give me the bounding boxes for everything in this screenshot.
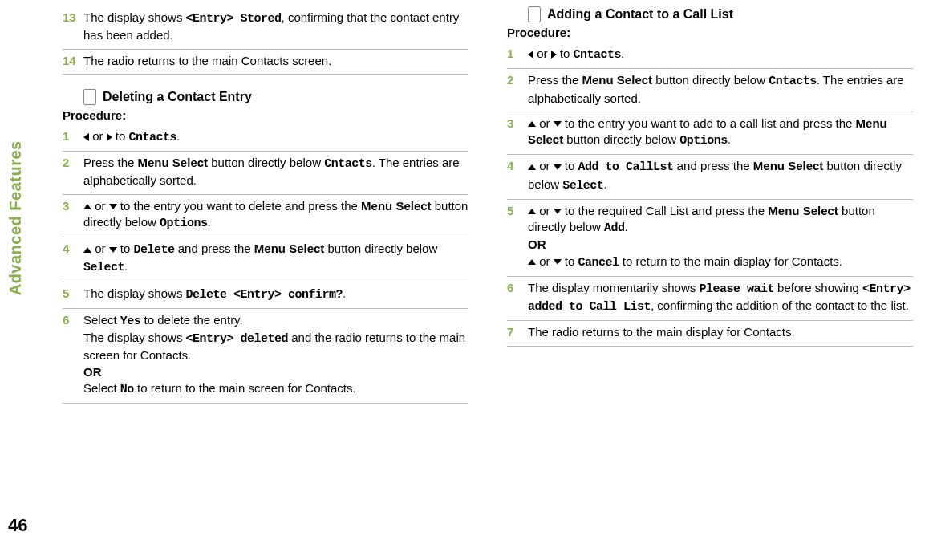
text: .	[728, 132, 731, 146]
text: to the entry you want to add to a call l…	[562, 116, 856, 130]
text: .	[625, 220, 628, 233]
text: .	[343, 286, 346, 300]
add-step-5: 5 or to the required Call List and press…	[507, 200, 913, 277]
step-number: 4	[63, 241, 83, 277]
step-text: or to the entry you want to add to a cal…	[528, 116, 913, 150]
page-body: 13 The display shows <Entry> Stored, con…	[0, 0, 937, 560]
menu-item: Cntacts	[769, 75, 817, 88]
menu-item: Cancel	[578, 256, 619, 270]
right-column: Adding a Contact to a Call List Procedur…	[485, 0, 929, 560]
text: Select	[83, 381, 120, 395]
nav-down-icon	[554, 259, 562, 265]
text: to the required Call List and press the	[562, 204, 769, 217]
menu-item: Select	[562, 179, 603, 193]
text: The display shows	[83, 286, 186, 300]
menu-item: Add to CallLst	[578, 160, 674, 174]
add-step-3: 3 or to the entry you want to add to a c…	[507, 112, 913, 156]
procedure-label: Procedure:	[63, 108, 468, 122]
text: The display shows	[83, 331, 186, 344]
nav-up-icon	[528, 121, 536, 127]
text: .	[176, 129, 180, 143]
step-text: or to Delete and press the Menu Select b…	[83, 241, 468, 277]
text: or	[536, 116, 554, 130]
text: to	[562, 254, 578, 268]
nav-down-icon	[554, 164, 562, 170]
text: to delete the entry.	[140, 313, 242, 327]
menu-item: Yes	[120, 314, 141, 328]
nav-left-icon	[83, 133, 89, 141]
step-number: 14	[63, 53, 83, 69]
text: to	[112, 129, 129, 143]
menu-item: Options	[160, 217, 208, 230]
or-label: OR	[83, 365, 102, 379]
step-number: 7	[507, 324, 528, 340]
text: .	[124, 259, 128, 273]
text: Select	[83, 313, 120, 327]
text: or	[89, 129, 107, 143]
text: to the entry you want to delete and pres…	[117, 199, 361, 213]
section-title: Deleting a Contact Entry	[103, 90, 252, 104]
step-number: 5	[63, 286, 83, 303]
text: to	[117, 241, 134, 255]
menu-item: No	[120, 383, 134, 396]
page-number: 46	[8, 515, 27, 536]
step-number: 2	[63, 155, 83, 189]
step-text: or to Add to CallLst and press the Menu …	[528, 158, 913, 194]
text: .	[621, 47, 624, 60]
text: to	[562, 159, 578, 172]
text: and press the	[175, 241, 254, 255]
step-number: 6	[63, 312, 83, 398]
step-text: The display shows Delete <Entry> confirm…	[83, 286, 468, 303]
step-text: The display momentarily shows Please wai…	[528, 280, 913, 316]
text: or	[533, 47, 551, 60]
nav-down-icon	[109, 247, 117, 253]
delete-step-3: 3 or to the entry you want to delete and…	[63, 195, 468, 238]
section-heading-delete: Deleting a Contact Entry	[63, 89, 468, 105]
step-number: 13	[63, 10, 83, 44]
text: button directly below	[652, 73, 769, 87]
or-label: OR	[528, 237, 546, 251]
section-heading-add: Adding a Contact to a Call List	[507, 6, 913, 22]
section-title: Adding a Contact to a Call List	[547, 7, 733, 22]
nav-up-icon	[83, 204, 91, 209]
step-text: or to Cntacts.	[528, 46, 913, 63]
step-number: 2	[507, 72, 528, 107]
text: Press the	[528, 73, 582, 87]
text: to return to the main display for Contac…	[619, 254, 842, 268]
step-text: Press the Menu Select button directly be…	[83, 155, 468, 189]
text: or	[91, 199, 109, 213]
nav-up-icon	[528, 209, 536, 214]
display-text: Please wait	[699, 282, 774, 296]
menu-item: Options	[679, 134, 728, 148]
text: or	[536, 254, 554, 268]
nav-up-icon	[528, 164, 536, 170]
text: .	[603, 177, 606, 191]
nav-down-icon	[109, 204, 117, 209]
text: or	[536, 204, 554, 217]
text: button directly below	[324, 241, 437, 255]
step-number: 1	[63, 128, 83, 146]
text: Press the	[83, 156, 138, 169]
display-text: Delete <Entry> confirm?	[186, 288, 343, 302]
left-column: 13 The display shows <Entry> Stored, con…	[40, 0, 485, 560]
text: and press the	[674, 159, 753, 172]
step-number: 6	[507, 280, 528, 316]
button-label: Menu Select	[768, 204, 838, 217]
text: The display shows	[83, 10, 186, 24]
step-number: 5	[507, 203, 528, 271]
nav-right-icon	[107, 133, 112, 141]
button-label: Menu Select	[361, 199, 432, 213]
nav-up-icon	[83, 247, 91, 253]
step-text: Select Yes to delete the entry. The disp…	[83, 312, 468, 398]
step-text: or to the required Call List and press t…	[528, 203, 913, 271]
step-number: 4	[507, 158, 528, 194]
nav-down-icon	[554, 209, 562, 214]
step-number: 3	[63, 198, 83, 233]
nav-left-icon	[528, 51, 533, 59]
delete-step-6: 6 Select Yes to delete the entry. The di…	[63, 309, 468, 404]
step-text: The display shows <Entry> Stored, confir…	[83, 10, 468, 44]
procedure-label: Procedure:	[507, 26, 913, 39]
step-number: 3	[507, 116, 528, 150]
text: button directly below	[563, 132, 679, 146]
nav-down-icon	[554, 121, 562, 127]
